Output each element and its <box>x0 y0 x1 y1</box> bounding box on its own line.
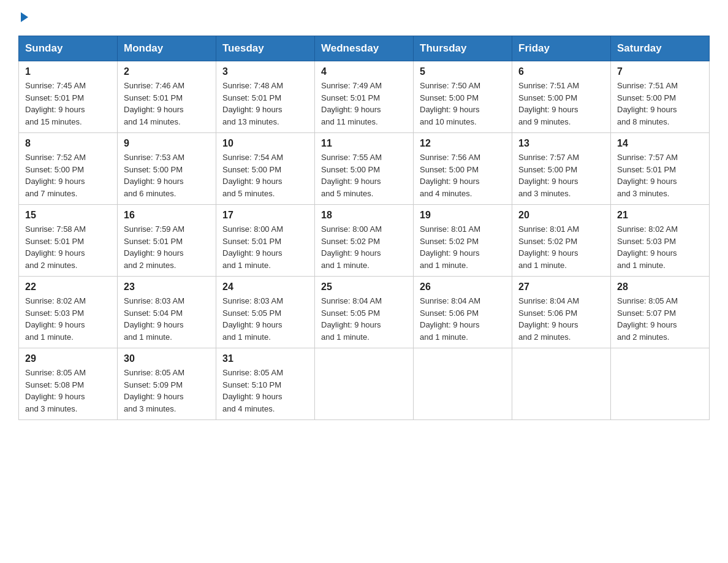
day-number: 12 <box>420 138 506 149</box>
day-number: 9 <box>124 138 210 149</box>
day-info: Sunrise: 8:04 AMSunset: 5:06 PMDaylight:… <box>420 295 506 343</box>
day-number: 29 <box>25 353 111 364</box>
days-of-week-row: SundayMondayTuesdayWednesdayThursdayFrid… <box>19 36 710 61</box>
calendar-cell: 14Sunrise: 7:57 AMSunset: 5:01 PMDayligh… <box>611 133 710 205</box>
day-info: Sunrise: 8:02 AMSunset: 5:03 PMDaylight:… <box>25 295 111 343</box>
day-number: 8 <box>25 138 111 149</box>
calendar-cell <box>611 348 710 420</box>
day-header-thursday: Thursday <box>414 36 512 61</box>
day-info: Sunrise: 8:05 AMSunset: 5:10 PMDaylight:… <box>222 367 308 415</box>
calendar-cell: 12Sunrise: 7:56 AMSunset: 5:00 PMDayligh… <box>414 133 512 205</box>
calendar-cell: 16Sunrise: 7:59 AMSunset: 5:01 PMDayligh… <box>118 205 216 277</box>
calendar-cell <box>315 348 414 420</box>
calendar-cell: 26Sunrise: 8:04 AMSunset: 5:06 PMDayligh… <box>414 277 512 348</box>
calendar-cell: 2Sunrise: 7:46 AMSunset: 5:01 PMDaylight… <box>118 61 216 133</box>
calendar-cell: 13Sunrise: 7:57 AMSunset: 5:00 PMDayligh… <box>512 133 611 205</box>
calendar-cell: 23Sunrise: 8:03 AMSunset: 5:04 PMDayligh… <box>118 277 216 348</box>
day-header-friday: Friday <box>512 36 611 61</box>
day-number: 15 <box>25 210 111 221</box>
day-info: Sunrise: 8:02 AMSunset: 5:03 PMDaylight:… <box>617 223 703 271</box>
day-info: Sunrise: 8:00 AMSunset: 5:01 PMDaylight:… <box>222 223 308 271</box>
calendar-cell: 10Sunrise: 7:54 AMSunset: 5:00 PMDayligh… <box>216 133 315 205</box>
day-number: 14 <box>617 138 703 149</box>
day-number: 30 <box>124 353 210 364</box>
calendar-cell: 8Sunrise: 7:52 AMSunset: 5:00 PMDaylight… <box>19 133 118 205</box>
day-info: Sunrise: 8:05 AMSunset: 5:07 PMDaylight:… <box>617 295 703 343</box>
day-number: 16 <box>124 210 210 221</box>
day-info: Sunrise: 7:53 AMSunset: 5:00 PMDaylight:… <box>124 151 210 199</box>
day-number: 6 <box>518 66 604 77</box>
calendar-cell: 27Sunrise: 8:04 AMSunset: 5:06 PMDayligh… <box>512 277 611 348</box>
day-info: Sunrise: 8:03 AMSunset: 5:04 PMDaylight:… <box>124 295 210 343</box>
day-header-wednesday: Wednesday <box>315 36 414 61</box>
day-number: 18 <box>321 210 407 221</box>
calendar-cell <box>512 348 611 420</box>
day-info: Sunrise: 8:01 AMSunset: 5:02 PMDaylight:… <box>420 223 506 271</box>
day-header-sunday: Sunday <box>19 36 118 61</box>
day-info: Sunrise: 7:51 AMSunset: 5:00 PMDaylight:… <box>617 80 703 128</box>
calendar-table: SundayMondayTuesdayWednesdayThursdayFrid… <box>18 36 710 420</box>
day-number: 19 <box>420 210 506 221</box>
day-number: 31 <box>222 353 308 364</box>
calendar-cell: 5Sunrise: 7:50 AMSunset: 5:00 PMDaylight… <box>414 61 512 133</box>
calendar-cell: 25Sunrise: 8:04 AMSunset: 5:05 PMDayligh… <box>315 277 414 348</box>
day-info: Sunrise: 7:55 AMSunset: 5:00 PMDaylight:… <box>321 151 407 199</box>
calendar-cell: 18Sunrise: 8:00 AMSunset: 5:02 PMDayligh… <box>315 205 414 277</box>
calendar-cell: 19Sunrise: 8:01 AMSunset: 5:02 PMDayligh… <box>414 205 512 277</box>
day-info: Sunrise: 7:54 AMSunset: 5:00 PMDaylight:… <box>222 151 308 199</box>
day-header-saturday: Saturday <box>611 36 710 61</box>
day-info: Sunrise: 8:04 AMSunset: 5:06 PMDaylight:… <box>518 295 604 343</box>
calendar-cell: 21Sunrise: 8:02 AMSunset: 5:03 PMDayligh… <box>611 205 710 277</box>
day-number: 5 <box>420 66 506 77</box>
week-row-1: 1Sunrise: 7:45 AMSunset: 5:01 PMDaylight… <box>19 61 710 133</box>
calendar-cell: 17Sunrise: 8:00 AMSunset: 5:01 PMDayligh… <box>216 205 315 277</box>
day-number: 17 <box>222 210 308 221</box>
day-number: 3 <box>222 66 308 77</box>
calendar-cell: 1Sunrise: 7:45 AMSunset: 5:01 PMDaylight… <box>19 61 118 133</box>
header <box>18 12 710 25</box>
calendar-cell: 7Sunrise: 7:51 AMSunset: 5:00 PMDaylight… <box>611 61 710 133</box>
calendar-cell: 24Sunrise: 8:03 AMSunset: 5:05 PMDayligh… <box>216 277 315 348</box>
calendar-cell: 15Sunrise: 7:58 AMSunset: 5:01 PMDayligh… <box>19 205 118 277</box>
day-info: Sunrise: 8:05 AMSunset: 5:08 PMDaylight:… <box>25 367 111 415</box>
calendar-cell: 20Sunrise: 8:01 AMSunset: 5:02 PMDayligh… <box>512 205 611 277</box>
day-info: Sunrise: 7:50 AMSunset: 5:00 PMDaylight:… <box>420 80 506 128</box>
day-info: Sunrise: 7:59 AMSunset: 5:01 PMDaylight:… <box>124 223 210 271</box>
day-number: 24 <box>222 282 308 293</box>
calendar-cell: 4Sunrise: 7:49 AMSunset: 5:01 PMDaylight… <box>315 61 414 133</box>
day-number: 11 <box>321 138 407 149</box>
day-number: 21 <box>617 210 703 221</box>
day-info: Sunrise: 8:03 AMSunset: 5:05 PMDaylight:… <box>222 295 308 343</box>
day-info: Sunrise: 7:48 AMSunset: 5:01 PMDaylight:… <box>222 80 308 128</box>
day-number: 2 <box>124 66 210 77</box>
calendar-cell: 11Sunrise: 7:55 AMSunset: 5:00 PMDayligh… <box>315 133 414 205</box>
day-info: Sunrise: 7:52 AMSunset: 5:00 PMDaylight:… <box>25 151 111 199</box>
day-info: Sunrise: 8:04 AMSunset: 5:05 PMDaylight:… <box>321 295 407 343</box>
calendar-cell: 3Sunrise: 7:48 AMSunset: 5:01 PMDaylight… <box>216 61 315 133</box>
day-number: 25 <box>321 282 407 293</box>
day-info: Sunrise: 8:01 AMSunset: 5:02 PMDaylight:… <box>518 223 604 271</box>
week-row-5: 29Sunrise: 8:05 AMSunset: 5:08 PMDayligh… <box>19 348 710 420</box>
calendar-cell: 29Sunrise: 8:05 AMSunset: 5:08 PMDayligh… <box>19 348 118 420</box>
day-header-monday: Monday <box>118 36 216 61</box>
day-info: Sunrise: 7:58 AMSunset: 5:01 PMDaylight:… <box>25 223 111 271</box>
day-number: 22 <box>25 282 111 293</box>
day-number: 4 <box>321 66 407 77</box>
day-info: Sunrise: 7:57 AMSunset: 5:00 PMDaylight:… <box>518 151 604 199</box>
day-info: Sunrise: 7:46 AMSunset: 5:01 PMDaylight:… <box>124 80 210 128</box>
day-number: 20 <box>518 210 604 221</box>
calendar-cell: 9Sunrise: 7:53 AMSunset: 5:00 PMDaylight… <box>118 133 216 205</box>
week-row-3: 15Sunrise: 7:58 AMSunset: 5:01 PMDayligh… <box>19 205 710 277</box>
day-number: 23 <box>124 282 210 293</box>
day-info: Sunrise: 7:45 AMSunset: 5:01 PMDaylight:… <box>25 80 111 128</box>
day-info: Sunrise: 7:49 AMSunset: 5:01 PMDaylight:… <box>321 80 407 128</box>
calendar-cell: 30Sunrise: 8:05 AMSunset: 5:09 PMDayligh… <box>118 348 216 420</box>
calendar-cell: 31Sunrise: 8:05 AMSunset: 5:10 PMDayligh… <box>216 348 315 420</box>
day-number: 13 <box>518 138 604 149</box>
day-info: Sunrise: 7:51 AMSunset: 5:00 PMDaylight:… <box>518 80 604 128</box>
calendar-cell: 28Sunrise: 8:05 AMSunset: 5:07 PMDayligh… <box>611 277 710 348</box>
calendar-cell: 6Sunrise: 7:51 AMSunset: 5:00 PMDaylight… <box>512 61 611 133</box>
day-number: 7 <box>617 66 703 77</box>
logo-arrow-icon <box>21 12 28 22</box>
week-row-2: 8Sunrise: 7:52 AMSunset: 5:00 PMDaylight… <box>19 133 710 205</box>
